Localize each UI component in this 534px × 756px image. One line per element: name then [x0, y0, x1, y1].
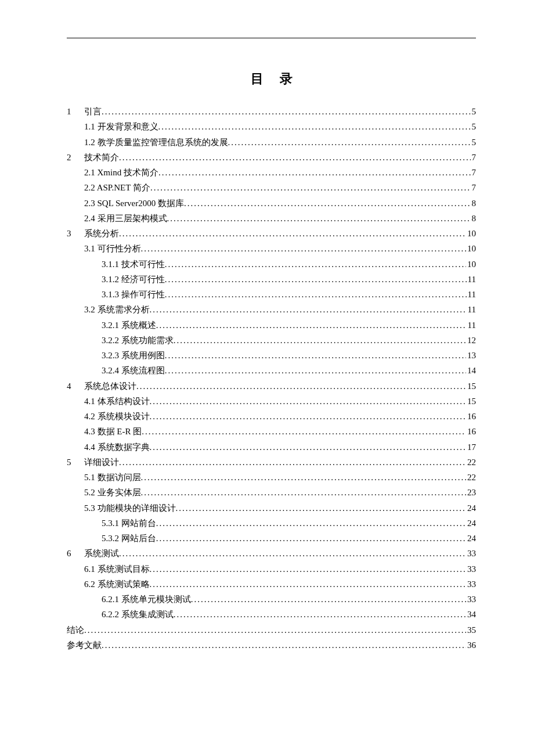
toc-entry[interactable]: 5.3.1 网站前台24: [67, 516, 476, 531]
toc-entry-label: 结论: [67, 622, 84, 638]
toc-entry-page: 14: [466, 363, 476, 378]
toc-leader-dots: [142, 424, 466, 439]
toc-entry-number: 5: [67, 455, 84, 470]
toc-entry-page: 5: [471, 119, 477, 134]
toc-entry[interactable]: 3系统分析10: [67, 226, 476, 241]
toc-leader-dots: [141, 485, 467, 500]
toc-entry-label: 4.2 系统模块设计: [84, 409, 150, 424]
toc-entry-label: 1.1 开发背景和意义: [84, 119, 158, 134]
toc-entry-page: 11: [467, 318, 476, 333]
toc-entry[interactable]: 2技术简介7: [67, 150, 476, 165]
toc-entry[interactable]: 2.2 ASP.NET 简介7: [67, 180, 476, 195]
toc-entry[interactable]: 2.3 SQL Server2000 数据库8: [67, 196, 476, 211]
toc-entry[interactable]: 3.2.4 系统流程图14: [67, 363, 476, 378]
toc-entry-label: 2.3 SQL Server2000 数据库: [84, 196, 184, 211]
toc-entry[interactable]: 6.1 系统测试目标33: [67, 561, 476, 577]
toc-entry[interactable]: 4系统总体设计15: [67, 379, 476, 394]
toc-entry-page: 17: [466, 440, 476, 455]
toc-entry-number: 3: [67, 226, 84, 241]
toc-entry[interactable]: 3.1 可行性分析10: [67, 241, 476, 256]
toc-entry-page: 23: [466, 485, 476, 500]
toc-entry-label: 系统测试: [84, 546, 119, 561]
toc-leader-dots: [119, 455, 466, 470]
toc-entry-page: 5: [471, 104, 477, 119]
toc-entry-number: 6: [67, 546, 84, 561]
toc-entry-label: 3.2.4 系统流程图: [102, 363, 165, 378]
toc-entry-label: 3.1.3 操作可行性: [102, 287, 165, 302]
toc-entry[interactable]: 3.2 系统需求分析11: [67, 302, 476, 317]
toc-entry[interactable]: 4.1 体系结构设计15: [67, 394, 476, 409]
toc-entry-page: 11: [467, 272, 476, 287]
toc-entry[interactable]: 参考文献36: [67, 638, 476, 653]
toc-entry-label: 参考文献: [67, 638, 102, 653]
toc-leader-dots: [165, 287, 467, 302]
toc-entry-label: 3.1.1 技术可行性: [102, 257, 165, 272]
toc-entry-label: 5.3.1 网站前台: [102, 516, 156, 531]
toc-entry-label: 3.2 系统需求分析: [84, 302, 150, 317]
toc-entry[interactable]: 1.1 开发背景和意义5: [67, 119, 476, 134]
toc-entry[interactable]: 5.1 数据访问层22: [67, 470, 476, 485]
toc-leader-dots: [150, 577, 467, 592]
toc-leader-dots: [156, 318, 467, 333]
toc-entry[interactable]: 1引言5: [67, 104, 476, 119]
toc-leader-dots: [119, 150, 471, 165]
toc-entry-page: 24: [466, 531, 476, 546]
toc-leader-dots: [165, 363, 466, 378]
toc-entry-number: 1: [67, 104, 84, 119]
toc-entry-page: 22: [466, 470, 476, 485]
toc-entry[interactable]: 5详细设计22: [67, 455, 476, 470]
toc-leader-dots: [141, 241, 467, 256]
toc-entry-page: 10: [466, 257, 476, 272]
toc-entry-label: 3.2.2 系统功能需求: [102, 333, 174, 348]
toc-entry-label: 4.4 系统数据字典: [84, 440, 150, 455]
toc-leader-dots: [156, 516, 466, 531]
table-of-contents: 1引言51.1 开发背景和意义51.2 教学质量监控管理信息系统的发展52技术简…: [67, 104, 476, 653]
toc-entry-page: 10: [466, 241, 476, 256]
toc-entry[interactable]: 5.2 业务实体层23: [67, 485, 476, 500]
toc-entry-page: 36: [466, 638, 476, 653]
toc-entry[interactable]: 6.2.1 系统单元模块测试33: [67, 592, 476, 607]
toc-entry[interactable]: 3.1.3 操作可行性11: [67, 287, 476, 302]
toc-leader-dots: [150, 302, 467, 317]
toc-entry[interactable]: 2.1 Xmind 技术简介7: [67, 165, 476, 180]
toc-leader-dots: [150, 394, 467, 409]
toc-entry-number: 2: [67, 150, 84, 165]
toc-leader-dots: [167, 211, 471, 226]
toc-entry[interactable]: 4.3 数据 E-R 图16: [67, 424, 476, 439]
toc-entry[interactable]: 3.2.1 系统概述11: [67, 318, 476, 333]
toc-leader-dots: [150, 180, 471, 195]
toc-leader-dots: [174, 607, 466, 622]
toc-entry-label: 2.4 采用三层架构模式: [84, 211, 167, 226]
toc-entry[interactable]: 3.2.3 系统用例图13: [67, 348, 476, 363]
toc-entry-page: 7: [471, 150, 477, 165]
toc-entry[interactable]: 5.3 功能模块的详细设计24: [67, 501, 476, 516]
toc-entry-label: 1.2 教学质量监控管理信息系统的发展: [84, 135, 228, 150]
toc-entry-page: 16: [466, 424, 476, 439]
toc-entry[interactable]: 2.4 采用三层架构模式8: [67, 211, 476, 226]
toc-entry-label: 6.1 系统测试目标: [84, 561, 150, 577]
toc-entry[interactable]: 3.2.2 系统功能需求12: [67, 333, 476, 348]
toc-entry[interactable]: 3.1.1 技术可行性10: [67, 257, 476, 272]
toc-leader-dots: [119, 546, 466, 561]
toc-leader-dots: [228, 135, 471, 150]
toc-entry[interactable]: 3.1.2 经济可行性11: [67, 272, 476, 287]
toc-entry[interactable]: 4.2 系统模块设计16: [67, 409, 476, 424]
toc-entry-page: 33: [466, 577, 476, 592]
toc-entry[interactable]: 6.2 系统测试策略33: [67, 577, 476, 592]
toc-entry[interactable]: 6系统测试33: [67, 546, 476, 561]
toc-entry[interactable]: 4.4 系统数据字典17: [67, 440, 476, 455]
toc-entry-label: 3.2.3 系统用例图: [102, 348, 165, 363]
toc-entry-page: 34: [466, 607, 476, 622]
toc-entry-page: 16: [466, 409, 476, 424]
toc-leader-dots: [174, 333, 466, 348]
toc-entry[interactable]: 1.2 教学质量监控管理信息系统的发展5: [67, 135, 476, 150]
toc-entry-label: 技术简介: [84, 150, 119, 165]
toc-entry[interactable]: 结论35: [67, 622, 476, 638]
toc-entry[interactable]: 5.3.2 网站后台24: [67, 531, 476, 546]
toc-leader-dots: [184, 196, 471, 211]
toc-entry[interactable]: 6.2.2 系统集成测试34: [67, 607, 476, 622]
toc-entry-label: 4.1 体系结构设计: [84, 394, 150, 409]
toc-entry-label: 2.2 ASP.NET 简介: [84, 180, 150, 195]
toc-leader-dots: [150, 440, 467, 455]
toc-entry-page: 7: [471, 165, 477, 180]
